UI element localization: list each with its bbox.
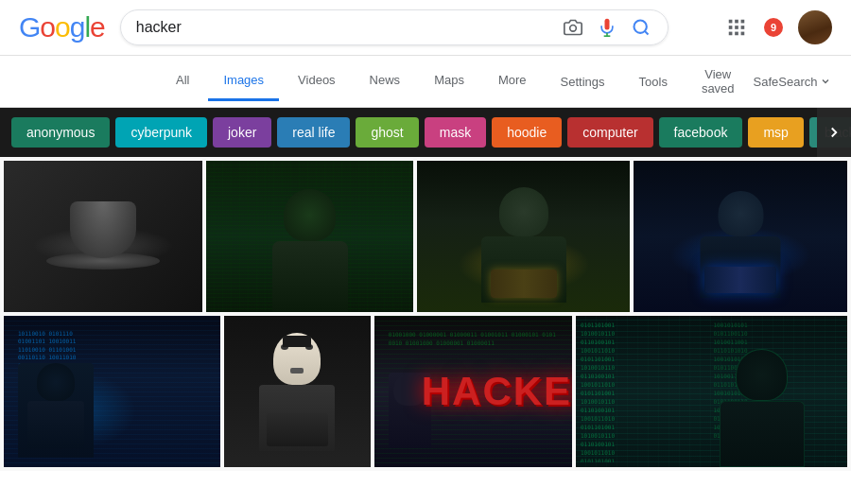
- filter-chip-real-life[interactable]: real life: [277, 117, 350, 148]
- tab-all-label: All: [176, 73, 189, 87]
- svg-point-3: [634, 21, 646, 33]
- image-row-2: 10110010 010111001001101 100100111101001…: [4, 316, 847, 467]
- logo-e: e: [90, 11, 105, 43]
- header: Google: [0, 0, 851, 56]
- svg-point-0: [569, 26, 576, 32]
- chevron-down-icon: [820, 76, 831, 87]
- search-icon-group: [562, 16, 652, 39]
- tab-videos[interactable]: Videos: [283, 61, 351, 101]
- nav-tabs: All Images Videos News Maps More Setting…: [0, 56, 851, 108]
- safesearch-button[interactable]: SafeSearch: [754, 75, 831, 89]
- svg-rect-4: [729, 20, 733, 24]
- search-input[interactable]: [136, 19, 562, 36]
- image-grid: 10110010 010111001001101 100100111101001…: [0, 157, 851, 471]
- grid-icon: [726, 17, 747, 38]
- nav-right-group: Settings Tools View saved SafeSearch: [546, 56, 831, 107]
- svg-rect-7: [729, 26, 733, 29]
- logo-o1: o: [40, 11, 55, 43]
- filter-chip-facebook[interactable]: facebook: [659, 117, 743, 148]
- tab-more-label: More: [498, 73, 527, 87]
- notification-count: 9: [764, 18, 783, 37]
- image-result-6[interactable]: [224, 316, 371, 467]
- svg-rect-6: [741, 20, 745, 24]
- filter-chip-mask[interactable]: mask: [425, 117, 486, 148]
- tools-button[interactable]: Tools: [624, 63, 683, 100]
- voice-search-button[interactable]: [596, 16, 618, 39]
- logo-g2: g: [70, 11, 85, 43]
- filter-chip-computer[interactable]: computer: [567, 117, 652, 148]
- svg-rect-5: [735, 20, 738, 24]
- filter-chip-hoodie[interactable]: hoodie: [492, 117, 562, 148]
- chevron-right-icon: [825, 124, 842, 141]
- filter-chip-cyberpunk[interactable]: cyberpunk: [115, 117, 207, 148]
- camera-icon: [564, 18, 582, 37]
- svg-rect-10: [729, 32, 733, 36]
- notifications-button[interactable]: 9: [764, 18, 783, 37]
- svg-rect-12: [741, 32, 745, 36]
- hacker-overlay-text: HACKER: [422, 369, 572, 414]
- filter-bar: anonymous cyberpunk joker real life ghos…: [0, 108, 851, 157]
- search-bar: [120, 9, 669, 45]
- tab-all[interactable]: All: [161, 61, 204, 101]
- tab-maps[interactable]: Maps: [419, 61, 479, 101]
- search-icon: [632, 18, 651, 37]
- image-row-1: [4, 161, 847, 312]
- camera-search-button[interactable]: [562, 16, 584, 39]
- filter-scroll-right[interactable]: [817, 108, 851, 157]
- tab-news-label: News: [370, 73, 401, 87]
- tab-videos-label: Videos: [298, 73, 336, 87]
- tab-more[interactable]: More: [483, 61, 542, 101]
- user-avatar[interactable]: [798, 10, 832, 44]
- header-right: 9: [724, 10, 832, 44]
- image-result-7[interactable]: 01001000 01000001 01000011 01001011 0100…: [374, 316, 572, 467]
- tab-maps-label: Maps: [434, 73, 464, 87]
- avatar-image: [798, 10, 832, 44]
- svg-rect-9: [741, 26, 745, 29]
- svg-rect-8: [735, 26, 738, 29]
- image-result-8[interactable]: 0101101001101001011001101001011001011010…: [576, 316, 847, 467]
- search-submit-button[interactable]: [630, 16, 652, 39]
- tab-images[interactable]: Images: [208, 61, 279, 101]
- image-result-4[interactable]: [634, 161, 847, 312]
- microphone-icon: [598, 18, 617, 37]
- image-result-1[interactable]: [4, 161, 202, 312]
- safesearch-label: SafeSearch: [754, 75, 818, 89]
- filter-chip-ghost[interactable]: ghost: [356, 117, 418, 148]
- image-result-5[interactable]: 10110010 010111001001101 100100111101001…: [4, 316, 220, 467]
- view-saved-button[interactable]: View saved: [686, 56, 750, 107]
- svg-rect-11: [735, 32, 738, 36]
- filter-chip-joker[interactable]: joker: [213, 117, 271, 148]
- tab-images-label: Images: [223, 73, 264, 87]
- filter-chip-anonymous[interactable]: anonymous: [11, 117, 110, 148]
- image-result-2[interactable]: [206, 161, 413, 312]
- google-logo[interactable]: Google: [19, 11, 105, 43]
- apps-grid-button[interactable]: [724, 15, 749, 40]
- logo-g: G: [19, 11, 40, 43]
- image-result-3[interactable]: [417, 161, 630, 312]
- logo-o2: o: [55, 11, 70, 43]
- settings-button[interactable]: Settings: [546, 63, 620, 100]
- filter-chip-msp[interactable]: msp: [748, 117, 803, 148]
- tab-news[interactable]: News: [355, 61, 416, 101]
